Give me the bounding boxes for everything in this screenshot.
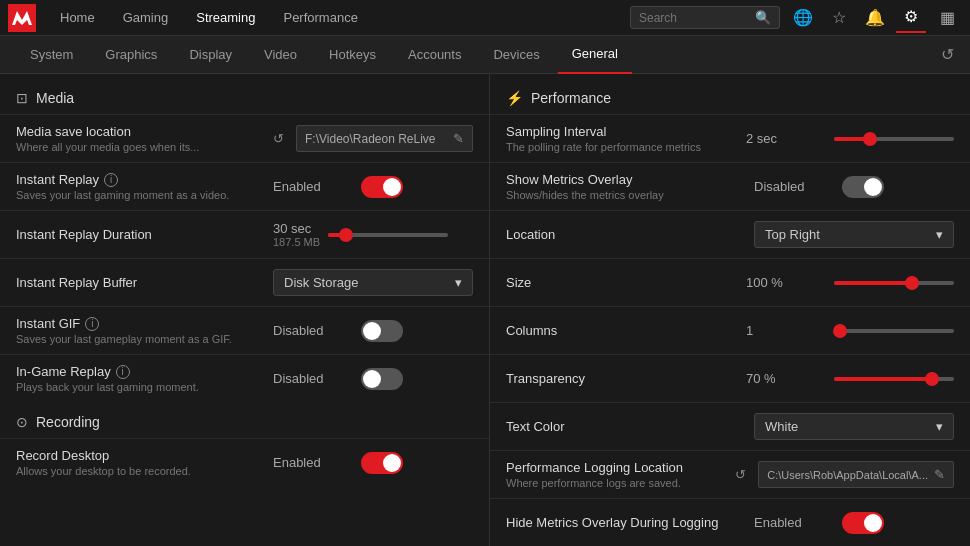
reset-icon[interactable]: ↺ [273,131,284,146]
record-desktop-label: Record Desktop [16,448,273,463]
grid-icon[interactable]: ▦ [932,3,962,33]
content-area: ⊡ Media Media save location Where all yo… [0,74,970,546]
right-panel: ⚡ Performance Sampling Interval The poll… [490,74,970,546]
settings-icon[interactable]: ⚙ [896,3,926,33]
in-game-replay-toggle[interactable] [361,368,403,390]
subnav-graphics[interactable]: Graphics [91,36,171,74]
transparency-label: Transparency [506,371,746,386]
performance-icon: ⚡ [506,90,523,106]
setting-columns: Columns 1 [490,306,970,354]
record-desktop-value: Enabled [273,455,353,470]
text-color-dropdown[interactable]: White ▾ [754,413,954,440]
in-game-replay-value: Disabled [273,371,353,386]
amd-logo[interactable] [8,4,36,32]
setting-label: Media save location [16,124,273,139]
record-desktop-toggle[interactable] [361,452,403,474]
setting-text-color: Text Color White ▾ [490,402,970,450]
size-slider[interactable] [834,281,954,285]
toggle-thumb [383,454,401,472]
nav-gaming[interactable]: Gaming [111,4,181,31]
perf-logging-sublabel: Where performance logs are saved. [506,477,735,489]
setting-in-game-replay: In-Game Replay i Plays back your last ga… [0,354,489,402]
left-panel: ⊡ Media Media save location Where all yo… [0,74,490,546]
setting-media-save-location: Media save location Where all your media… [0,114,489,162]
setting-perf-logging-location: Performance Logging Location Where perfo… [490,450,970,498]
location-dropdown[interactable]: Top Right ▾ [754,221,954,248]
performance-section-header: ⚡ Performance [490,84,970,114]
chevron-down-icon: ▾ [936,227,943,242]
instant-gif-sublabel: Saves your last gameplay moment as a GIF… [16,333,273,345]
subnav-video[interactable]: Video [250,36,311,74]
media-section-title: Media [36,90,74,106]
in-game-replay-label: In-Game Replay [16,364,111,379]
media-icon: ⊡ [16,90,28,106]
subnav-system[interactable]: System [16,36,87,74]
recording-section-header: ⊙ Recording [0,408,489,438]
replay-duration-value2: 187.5 MB [273,236,320,248]
info-icon-instant-replay[interactable]: i [104,173,118,187]
replay-buffer-dropdown[interactable]: Disk Storage ▾ [273,269,473,296]
info-icon-instant-gif[interactable]: i [85,317,99,331]
show-metrics-overlay-sublabel: Shows/hides the metrics overlay [506,189,754,201]
nav-home[interactable]: Home [48,4,107,31]
sampling-interval-value: 2 sec [746,131,826,146]
replay-duration-label: Instant Replay Duration [16,227,273,242]
search-box[interactable]: 🔍 [630,6,780,29]
subnav-accounts[interactable]: Accounts [394,36,475,74]
size-value: 100 % [746,275,826,290]
reset-icon[interactable]: ↺ [735,467,746,482]
transparency-slider[interactable] [834,377,954,381]
nav-streaming[interactable]: Streaming [184,4,267,31]
bell-icon[interactable]: 🔔 [860,3,890,33]
edit-icon[interactable]: ✎ [934,467,945,482]
setting-instant-replay: Instant Replay i Saves your last gaming … [0,162,489,210]
recording-icon: ⊙ [16,414,28,430]
replay-duration-slider[interactable] [328,233,448,237]
instant-gif-label: Instant GIF [16,316,80,331]
replay-duration-value1: 30 sec [273,221,320,236]
instant-replay-sublabel: Saves your last gaming moment as a video… [16,189,273,201]
edit-icon[interactable]: ✎ [453,131,464,146]
sampling-interval-label: Sampling Interval [506,124,746,139]
columns-slider[interactable] [834,329,954,333]
refresh-icon[interactable]: ↺ [941,45,954,64]
setting-hide-metrics-overlay: Hide Metrics Overlay During Logging Enab… [490,498,970,546]
instant-gif-toggle[interactable] [361,320,403,342]
star-icon[interactable]: ☆ [824,3,854,33]
subnav-devices[interactable]: Devices [479,36,553,74]
setting-transparency: Transparency 70 % [490,354,970,402]
setting-sampling-interval: Sampling Interval The polling rate for p… [490,114,970,162]
sampling-interval-slider[interactable] [834,137,954,141]
show-metrics-overlay-value: Disabled [754,179,834,194]
sub-nav: System Graphics Display Video Hotkeys Ac… [0,36,970,74]
subnav-hotkeys[interactable]: Hotkeys [315,36,390,74]
hide-metrics-overlay-label: Hide Metrics Overlay During Logging [506,515,754,530]
text-color-label: Text Color [506,419,754,434]
show-metrics-overlay-toggle[interactable] [842,176,884,198]
toggle-thumb [363,322,381,340]
instant-replay-toggle[interactable] [361,176,403,198]
size-label: Size [506,275,746,290]
path-input-media[interactable]: F:\Video\Radeon ReLive ✎ [296,125,473,152]
record-desktop-sublabel: Allows your desktop to be recorded. [16,465,273,477]
info-icon-in-game-replay[interactable]: i [116,365,130,379]
replay-buffer-label: Instant Replay Buffer [16,275,273,290]
nav-performance[interactable]: Performance [271,4,369,31]
path-input-perf[interactable]: C:\Users\Rob\AppData\Local\A... ✎ [758,461,954,488]
globe-icon[interactable]: 🌐 [788,3,818,33]
columns-value: 1 [746,323,826,338]
toggle-thumb [864,178,882,196]
subnav-general[interactable]: General [558,36,632,74]
setting-size: Size 100 % [490,258,970,306]
chevron-down-icon: ▾ [936,419,943,434]
hide-metrics-overlay-value: Enabled [754,515,834,530]
hide-metrics-overlay-toggle[interactable] [842,512,884,534]
top-nav: Home Gaming Streaming Performance 🔍 🌐 ☆ … [0,0,970,36]
search-input[interactable] [639,11,749,25]
location-label: Location [506,227,754,242]
subnav-display[interactable]: Display [175,36,246,74]
chevron-down-icon: ▾ [455,275,462,290]
performance-section-title: Performance [531,90,611,106]
media-section-header: ⊡ Media [0,84,489,114]
transparency-value: 70 % [746,371,826,386]
